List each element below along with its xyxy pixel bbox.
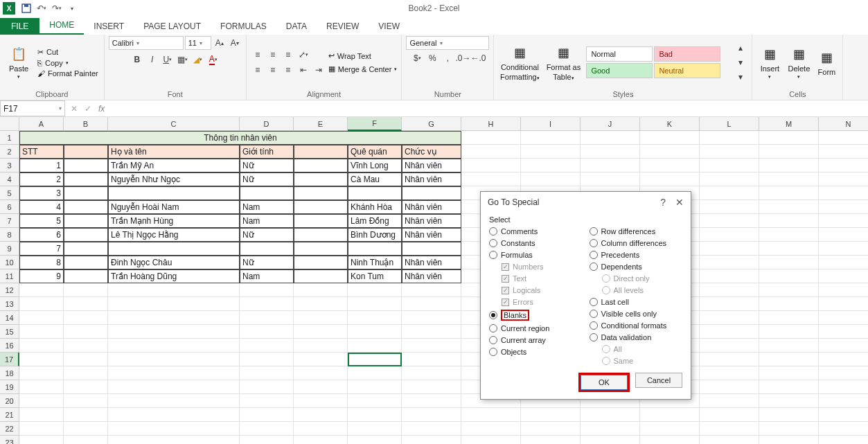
cell-D12[interactable] xyxy=(240,283,294,297)
paste-button[interactable]: 📋 Paste ▾ xyxy=(4,45,33,80)
row-header-1[interactable]: 1 xyxy=(0,131,19,145)
cell-D16[interactable] xyxy=(240,339,294,353)
cell-D2[interactable]: Giới tính xyxy=(240,145,294,159)
cell-D6[interactable]: Nam xyxy=(240,200,294,214)
cell-G21[interactable] xyxy=(402,408,461,422)
row-header-2[interactable]: 2 xyxy=(0,145,19,159)
gallery-down-icon[interactable]: ▾ xyxy=(734,55,747,69)
cell-L11[interactable] xyxy=(700,269,759,283)
cell-B13[interactable] xyxy=(64,297,108,311)
cell-F12[interactable] xyxy=(348,283,402,297)
cell-M10[interactable] xyxy=(759,256,819,269)
cell-F13[interactable] xyxy=(348,297,402,311)
column-header-E[interactable]: E xyxy=(294,117,348,131)
cell-D3[interactable]: Nữ xyxy=(240,159,294,172)
column-header-F[interactable]: F xyxy=(348,117,402,131)
cell-G20[interactable] xyxy=(402,394,461,408)
cell-F11[interactable]: Kon Tum xyxy=(348,269,402,283)
cell-C21[interactable] xyxy=(108,408,240,422)
cell-E23[interactable] xyxy=(294,436,348,444)
cell-F4[interactable]: Cà Mau xyxy=(348,172,402,186)
align-top-icon[interactable]: ≡ xyxy=(251,48,265,62)
cell-M19[interactable] xyxy=(759,380,819,394)
cell-N18[interactable] xyxy=(819,366,868,380)
cell-F10[interactable]: Ninh Thuận xyxy=(348,256,402,269)
increase-decimal-icon[interactable]: .0→ xyxy=(456,51,470,65)
cell-J22[interactable] xyxy=(581,422,640,436)
cell-D18[interactable] xyxy=(240,366,294,380)
row-header-9[interactable]: 9 xyxy=(0,242,19,256)
row-header-5[interactable]: 5 xyxy=(0,186,19,200)
align-bottom-icon[interactable]: ≡ xyxy=(281,48,295,62)
cell-F14[interactable] xyxy=(348,311,402,325)
cell-G12[interactable] xyxy=(402,283,461,297)
cell-G13[interactable] xyxy=(402,297,461,311)
cell-styles-gallery[interactable]: Normal Bad Good Neutral xyxy=(585,46,731,79)
cell-E20[interactable] xyxy=(294,394,348,408)
cell-B23[interactable] xyxy=(64,436,108,444)
option-data-validation[interactable]: Data validation xyxy=(590,332,683,342)
style-good[interactable]: Good xyxy=(586,63,653,78)
cell-G9[interactable] xyxy=(402,242,461,256)
cell-C13[interactable] xyxy=(108,297,240,311)
cell-N14[interactable] xyxy=(819,311,868,325)
cell-L10[interactable] xyxy=(700,256,759,269)
cell-N23[interactable] xyxy=(819,436,868,444)
cell-N20[interactable] xyxy=(819,394,868,408)
cell-N7[interactable] xyxy=(819,214,868,228)
cell-D11[interactable]: Nam xyxy=(240,269,294,283)
cell-J2[interactable] xyxy=(581,145,640,159)
cell-C9[interactable] xyxy=(108,242,240,256)
cell-D21[interactable] xyxy=(240,408,294,422)
cancel-formula-icon[interactable]: ✕ xyxy=(71,104,78,114)
cell-D15[interactable] xyxy=(240,325,294,339)
comma-format-icon[interactable]: , xyxy=(441,51,454,65)
cell-B6[interactable] xyxy=(64,200,108,214)
cell-C12[interactable] xyxy=(108,283,240,297)
cell-G8[interactable]: Nhân viên xyxy=(402,228,461,242)
cell-F17[interactable] xyxy=(348,353,402,366)
align-middle-icon[interactable]: ≡ xyxy=(266,48,280,62)
cell-N8[interactable] xyxy=(819,228,868,242)
cell-C18[interactable] xyxy=(108,366,240,380)
cell-F8[interactable]: Bình Dương xyxy=(348,228,402,242)
cell-M17[interactable] xyxy=(759,353,819,366)
cell-D8[interactable]: Nữ xyxy=(240,228,294,242)
cell-H22[interactable] xyxy=(461,422,521,436)
cell-F9[interactable] xyxy=(348,242,402,256)
number-format-combo[interactable]: General▾ xyxy=(406,36,489,50)
increase-indent-icon[interactable]: ⇥ xyxy=(312,63,326,77)
cell-G4[interactable]: Nhân viên xyxy=(402,172,461,186)
tab-formulas[interactable]: FORMULAS xyxy=(211,18,276,35)
cell-K23[interactable] xyxy=(640,436,700,444)
cell-H21[interactable] xyxy=(461,408,521,422)
style-bad[interactable]: Bad xyxy=(654,46,720,62)
cell-L1[interactable] xyxy=(700,131,759,145)
cell-A7[interactable]: 5 xyxy=(19,214,64,228)
column-header-K[interactable]: K xyxy=(640,117,700,131)
cell-C8[interactable]: Lê Thị Ngọc Hằng xyxy=(108,228,240,242)
cell-B16[interactable] xyxy=(64,339,108,353)
gallery-up-icon[interactable]: ▴ xyxy=(734,41,747,55)
cell-C7[interactable]: Trần Mạnh Hùng xyxy=(108,214,240,228)
row-header-18[interactable]: 18 xyxy=(0,366,19,380)
cell-I4[interactable] xyxy=(521,172,581,186)
cell-G17[interactable] xyxy=(402,353,461,366)
cell-M12[interactable] xyxy=(759,283,819,297)
cell-C16[interactable] xyxy=(108,339,240,353)
style-neutral[interactable]: Neutral xyxy=(654,63,720,78)
cell-B22[interactable] xyxy=(64,422,108,436)
cell-E4[interactable] xyxy=(294,172,348,186)
cell-K3[interactable] xyxy=(640,159,700,172)
wrap-text-button[interactable]: ↩Wrap Text xyxy=(328,51,398,60)
cell-A16[interactable] xyxy=(19,339,64,353)
decrease-indent-icon[interactable]: ⇤ xyxy=(296,63,310,77)
cell-E19[interactable] xyxy=(294,380,348,394)
format-as-table-button[interactable]: ▦ Format as Table▾ xyxy=(544,44,583,81)
cell-F6[interactable]: Khánh Hòa xyxy=(348,200,402,214)
cell-C2[interactable]: Họ và tên xyxy=(108,145,240,159)
cell-D7[interactable]: Nam xyxy=(240,214,294,228)
cell-F20[interactable] xyxy=(348,394,402,408)
cell-H3[interactable] xyxy=(461,159,521,172)
orientation-icon[interactable]: ⤢▾ xyxy=(296,48,310,62)
